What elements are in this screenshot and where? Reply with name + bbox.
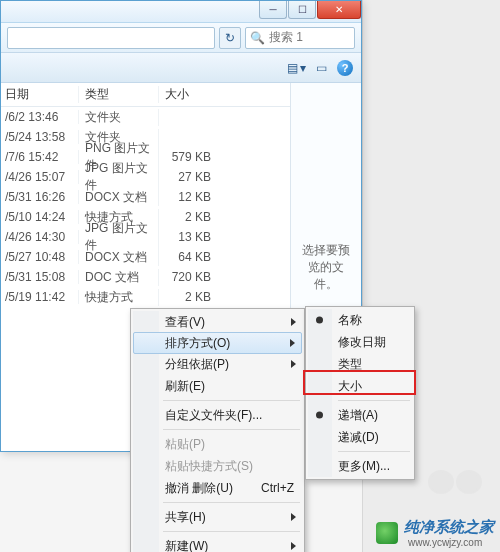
menu-refresh[interactable]: 刷新(E) — [133, 375, 302, 397]
chevron-right-icon — [291, 318, 296, 326]
header-date[interactable]: 日期 — [1, 86, 79, 103]
table-row[interactable]: /4/26 14:30JPG 图片文件13 KB — [1, 227, 290, 247]
table-row[interactable]: /5/31 16:26DOCX 文档12 KB — [1, 187, 290, 207]
header-type[interactable]: 类型 — [79, 86, 159, 103]
menu-share[interactable]: 共享(H) — [133, 506, 302, 528]
context-menu: 查看(V) 排序方式(O) 分组依据(P) 刷新(E) 自定义文件夹(F)...… — [130, 308, 305, 552]
preview-pane-button[interactable]: ▭ — [316, 61, 327, 75]
sort-type[interactable]: 类型 — [308, 353, 412, 375]
chevron-right-icon — [291, 542, 296, 550]
table-row[interactable]: /5/31 15:08DOC 文档720 KB — [1, 267, 290, 287]
sort-name[interactable]: 名称 — [308, 309, 412, 331]
table-row[interactable]: /4/26 15:07JPG 图片文件27 KB — [1, 167, 290, 187]
menu-new[interactable]: 新建(W) — [133, 535, 302, 552]
chevron-right-icon — [291, 513, 296, 521]
menu-paste-shortcut: 粘贴快捷方式(S) — [133, 455, 302, 477]
refresh-button[interactable]: ↻ — [219, 27, 241, 49]
column-headers[interactable]: 日期 类型 大小 — [1, 83, 290, 107]
accelerator-label: Ctrl+Z — [261, 481, 294, 495]
close-button[interactable]: ✕ — [317, 1, 361, 19]
preview-placeholder: 选择要预览的文件。 — [297, 242, 355, 293]
radio-checked-icon — [316, 412, 323, 419]
sort-ascending[interactable]: 递增(A) — [308, 404, 412, 426]
decorative-paws — [430, 472, 480, 492]
header-size[interactable]: 大小 — [159, 86, 219, 103]
address-bar[interactable] — [7, 27, 215, 49]
chevron-right-icon — [291, 360, 296, 368]
preview-icon: ▭ — [316, 61, 327, 75]
search-icon: 🔍 — [250, 31, 265, 45]
menu-paste: 粘贴(P) — [133, 433, 302, 455]
sort-modified-date[interactable]: 修改日期 — [308, 331, 412, 353]
chevron-down-icon: ▾ — [300, 61, 306, 75]
table-row[interactable]: /5/19 11:42快捷方式2 KB — [1, 287, 290, 307]
menu-group[interactable]: 分组依据(P) — [133, 353, 302, 375]
sort-more[interactable]: 更多(M)... — [308, 455, 412, 477]
sort-size[interactable]: 大小 — [308, 375, 412, 397]
maximize-button[interactable]: ☐ — [288, 1, 316, 19]
menu-customize-folder[interactable]: 自定义文件夹(F)... — [133, 404, 302, 426]
sort-submenu: 名称 修改日期 类型 大小 递增(A) 递减(D) 更多(M)... — [305, 306, 415, 480]
radio-checked-icon — [316, 317, 323, 324]
navigation-bar: ↻ 🔍 搜索 1 — [1, 23, 361, 53]
view-icon: ▤ — [287, 61, 298, 75]
menu-view[interactable]: 查看(V) — [133, 311, 302, 333]
watermark-url: www.ycwjzy.com — [408, 537, 494, 548]
search-placeholder: 搜索 1 — [269, 29, 303, 46]
help-button[interactable]: ? — [337, 60, 353, 76]
sort-descending[interactable]: 递减(D) — [308, 426, 412, 448]
menu-undo-delete[interactable]: 撤消 删除(U)Ctrl+Z — [133, 477, 302, 499]
titlebar: ─ ☐ ✕ — [1, 1, 361, 23]
watermark-logo-icon — [376, 522, 398, 544]
watermark: 纯净系统之家 www.ycwjzy.com — [376, 518, 494, 548]
view-mode-button[interactable]: ▤ ▾ — [287, 61, 306, 75]
chevron-right-icon — [290, 339, 295, 347]
table-row[interactable]: /5/27 10:48DOCX 文档64 KB — [1, 247, 290, 267]
toolbar: ▤ ▾ ▭ ? — [1, 53, 361, 83]
search-input[interactable]: 🔍 搜索 1 — [245, 27, 355, 49]
minimize-button[interactable]: ─ — [259, 1, 287, 19]
table-row[interactable]: /6/2 13:46文件夹 — [1, 107, 290, 127]
menu-sort[interactable]: 排序方式(O) — [133, 332, 302, 354]
watermark-title: 纯净系统之家 — [404, 518, 494, 537]
